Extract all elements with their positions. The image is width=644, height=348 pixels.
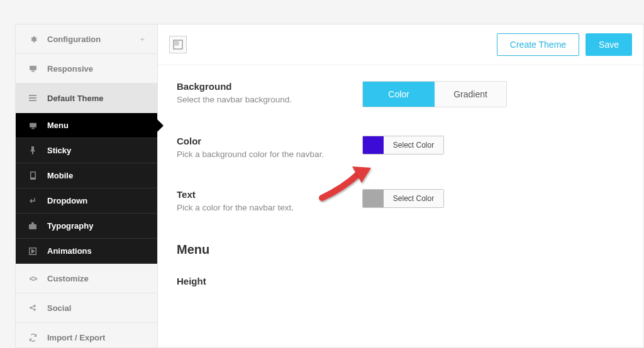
field-text: Text Pick a color for the navbar text. S…	[177, 189, 625, 214]
code-icon: <>	[28, 274, 37, 283]
svg-rect-10	[31, 173, 35, 178]
sidebar-item-default-theme[interactable]: Default Theme	[16, 84, 157, 113]
color-picker-bg[interactable]: Select Color	[362, 136, 444, 155]
svg-rect-4	[29, 97, 36, 99]
sidebar-item-dropdown[interactable]: ↵ Dropdown	[16, 188, 157, 214]
sidebar-item-label: Typography	[47, 221, 93, 231]
svg-rect-2	[31, 71, 34, 72]
sidebar-item-label: Mobile	[47, 171, 73, 180]
briefcase-icon	[28, 222, 37, 229]
sidebar-item-sticky[interactable]: Sticky	[16, 138, 157, 163]
svg-rect-1	[31, 70, 33, 71]
select-color-button[interactable]: Select Color	[384, 136, 443, 154]
svg-rect-5	[29, 100, 36, 101]
sidebar-item-label: Customize	[47, 274, 89, 283]
color-picker-text[interactable]: Select Color	[362, 189, 444, 208]
svg-rect-12	[31, 222, 34, 224]
color-swatch	[363, 136, 384, 154]
field-desc: Pick a background color for the navbar.	[177, 149, 362, 161]
field-title: Color	[177, 136, 362, 146]
phone-icon	[28, 171, 37, 180]
sidebar-item-label: Configuration	[47, 35, 101, 44]
sidebar-item-configuration[interactable]: Configuration +	[16, 24, 157, 54]
svg-rect-3	[29, 95, 36, 96]
monitor-icon	[28, 65, 37, 72]
save-button[interactable]: Save	[586, 33, 632, 56]
section-heading-menu: Menu	[177, 242, 625, 257]
sidebar-item-label: Responsive	[47, 64, 93, 73]
sidebar-item-label: Import / Export	[47, 333, 105, 342]
toggle-color[interactable]: Color	[363, 82, 435, 107]
field-desc: Pick a color for the navbar text.	[177, 202, 362, 214]
layout-icon[interactable]	[169, 36, 187, 53]
svg-rect-18	[175, 41, 179, 45]
svg-rect-8	[31, 128, 34, 129]
sidebar-item-label: Animations	[47, 246, 92, 256]
sidebar-item-animations[interactable]: Animations	[16, 239, 157, 264]
sidebar-item-menu[interactable]: Menu	[16, 113, 157, 138]
field-height: Height	[177, 276, 625, 289]
sidebar-item-label: Menu	[47, 121, 69, 130]
svg-rect-7	[31, 128, 33, 128]
gear-icon	[28, 35, 37, 43]
refresh-icon	[28, 334, 37, 342]
sidebar-item-social[interactable]: Social	[16, 293, 157, 323]
plus-icon: +	[140, 35, 145, 44]
field-title: Height	[177, 276, 362, 286]
field-title: Background	[177, 81, 362, 92]
color-swatch	[363, 190, 384, 207]
select-color-button[interactable]: Select Color	[384, 190, 443, 207]
sidebar-item-label: Social	[47, 303, 71, 313]
sidebar-item-typography[interactable]: Typography	[16, 214, 157, 239]
background-toggle: Color Gradient	[362, 81, 507, 107]
svg-rect-0	[30, 66, 36, 70]
sidebar-item-mobile[interactable]: Mobile	[16, 163, 157, 188]
sidebar-item-label: Dropdown	[47, 196, 87, 205]
monitor-icon	[28, 122, 37, 129]
content: Background Select the navbar background.…	[158, 65, 643, 289]
toggle-gradient[interactable]: Gradient	[435, 82, 506, 107]
share-icon	[28, 304, 37, 312]
play-icon	[28, 247, 37, 255]
menu-icon	[28, 95, 37, 101]
topbar: Create Theme Save	[158, 24, 643, 65]
sidebar-item-label: Default Theme	[47, 94, 104, 103]
sidebar-item-customize[interactable]: <> Customize	[16, 264, 157, 293]
pin-icon	[28, 146, 37, 155]
sidebar-item-label: Sticky	[47, 146, 71, 155]
field-title: Text	[177, 189, 362, 200]
field-desc: Select the navbar background.	[177, 94, 362, 106]
return-icon: ↵	[28, 196, 37, 205]
svg-rect-11	[29, 224, 36, 229]
svg-rect-6	[30, 122, 36, 127]
field-color: Color Pick a background color for the na…	[177, 136, 625, 161]
sidebar-item-responsive[interactable]: Responsive	[16, 54, 157, 84]
field-background: Background Select the navbar background.…	[177, 81, 625, 107]
create-theme-button[interactable]: Create Theme	[497, 33, 579, 56]
sidebar-item-import-export[interactable]: Import / Export	[16, 323, 157, 348]
main-panel: Create Theme Save Background Select the …	[157, 24, 644, 348]
sidebar: Configuration + Responsive Default Theme…	[15, 24, 157, 348]
